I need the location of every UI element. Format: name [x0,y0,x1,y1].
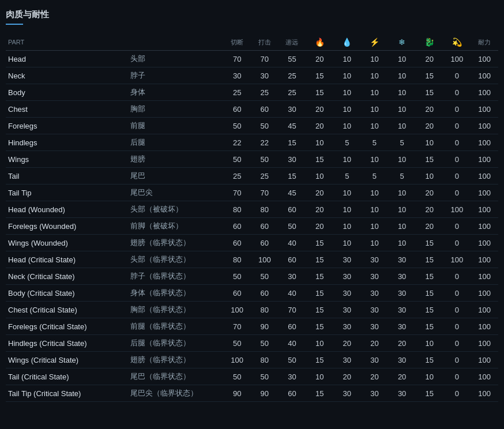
table-row: Body (Critical State)身体（临界状态）60604015303… [6,285,498,302]
table-row: Body身体25252515101010150100 [6,84,498,101]
section-title: 肉质与耐性 [6,9,498,20]
table-row: Tail (Critical State)尾巴（临界状态）50503010202… [6,368,498,385]
table-container: PART 切断 打击 遄远 🔥 💧 ⚡ ❄ [6,34,498,402]
table-row: Tail尾巴25251510555100100 [6,168,498,185]
table-row: Forelegs (Wounded)前脚（被破坏）606050201010102… [6,218,498,235]
page-container: 肉质与耐性 PART 切断 打击 遄远 🔥 💧 ⚡ [0,0,504,408]
dragon-icon: 🐉 [424,37,434,47]
table-row: Chest胸部60603020101010200100 [6,101,498,118]
stun-icon: 💫 [452,37,462,47]
col-header-stun: 💫 [443,34,471,51]
table-row: Tail Tip尾巴尖70704520101010200100 [6,185,498,201]
table-row: Tail Tip (Critical State)尾巴尖（临界状态）909060… [6,385,498,402]
col-header-part: PART [6,34,128,51]
col-header-strike: 打击 [251,34,279,51]
table-row: Head头部7070552010101020100100 [6,51,498,67]
col-header-thunder: ⚡ [361,34,389,51]
table-row: Hindlegs (Critical State)后腿（临界状态）5050401… [6,335,498,352]
table-row: Chest (Critical State)胸部（临界状态）1008070153… [6,302,498,318]
col-header-part-zh [128,34,224,51]
table-row: Forelegs前腿50504520101010200100 [6,118,498,134]
col-header-ice: ❄ [388,34,416,51]
col-header-dragon: 🐉 [416,34,443,51]
table-body: Head头部7070552010101020100100Neck脖子303025… [6,51,498,402]
title-underline [6,24,23,25]
table-row: Wings (Critical State)翅膀（临界状态）1008050153… [6,352,498,368]
col-header-fire: 🔥 [306,34,333,51]
water-icon: 💧 [342,37,352,47]
table-row: Wings (Wounded)翅膀（临界状态）60604015101010150… [6,235,498,251]
ice-icon: ❄ [398,37,405,47]
table-row: Neck (Critical State)脖子（临界状态）50503015303… [6,268,498,285]
table-row: Head (Wounded)头部（被破坏）8080602010101020100… [6,201,498,218]
table-row: Forelegs (Critical State)前腿（临界状态）7090601… [6,318,498,335]
fire-icon: 🔥 [315,37,325,47]
table-row: Hindlegs后腿22221510555100100 [6,134,498,151]
table-row: Wings翅膀50503015101010150100 [6,151,498,168]
col-header-slash: 切断 [223,34,251,51]
table-row: Neck脖子30302515101010150100 [6,67,498,84]
col-header-endurance: 耐力 [471,34,498,51]
col-header-water: 💧 [333,34,361,51]
table-header-row: PART 切断 打击 遄远 🔥 💧 ⚡ ❄ [6,34,498,51]
hitzones-table: PART 切断 打击 遄远 🔥 💧 ⚡ ❄ [6,34,498,402]
col-header-ranged: 遄远 [279,34,306,51]
table-row: Head (Critical State)头部（临界状态）80100601530… [6,251,498,268]
thunder-icon: ⚡ [370,37,379,47]
